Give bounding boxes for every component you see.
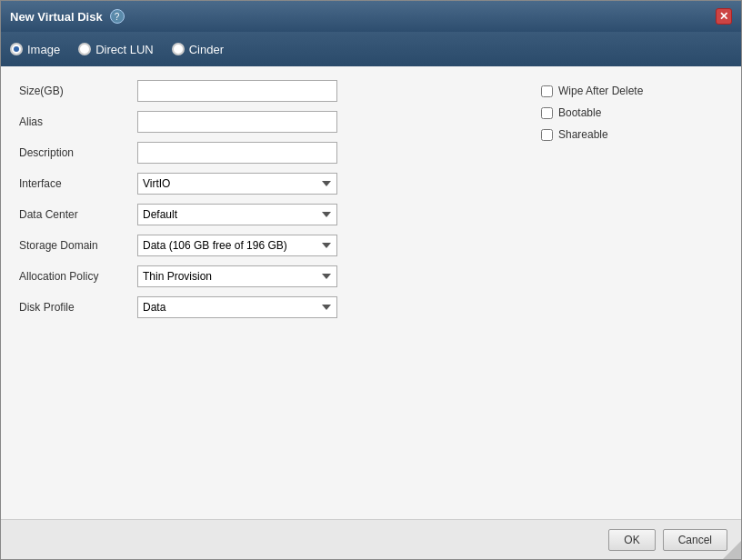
title-bar: New Virtual Disk ? ✕ [1,1,741,32]
shareable-row: Shareable [541,128,723,141]
wipe-after-delete-row: Wipe After Delete [541,85,723,97]
allocation-policy-select[interactable]: Thin Provision Preallocated [137,265,337,287]
left-panel: Size(GB) Alias Description Interface Vir… [19,80,514,505]
tab-cinder-radio[interactable] [172,43,185,55]
bootable-row: Bootable [541,106,723,119]
alias-label: Alias [19,115,137,128]
tab-direct-lun-radio[interactable] [78,43,91,55]
wipe-after-delete-label: Wipe After Delete [558,85,643,97]
tab-direct-lun[interactable]: Direct LUN [78,43,154,56]
size-label: Size(GB) [19,85,137,97]
footer: OK Cancel [1,519,741,559]
interface-label: Interface [19,177,137,190]
description-label: Description [19,146,137,159]
size-row: Size(GB) [19,80,514,102]
data-center-row: Data Center Default [19,204,514,225]
allocation-policy-label: Allocation Policy [19,270,137,283]
tab-cinder[interactable]: Cinder [172,43,224,56]
tab-cinder-label: Cinder [189,43,224,56]
dialog-title: New Virtual Disk [10,10,103,24]
interface-row: Interface VirtIO IDE [19,173,514,195]
data-center-label: Data Center [19,208,137,221]
tab-direct-lun-label: Direct LUN [95,43,154,56]
data-center-select[interactable]: Default [137,204,337,225]
storage-domain-select[interactable]: Data (106 GB free of 196 GB) [137,235,337,256]
alias-row: Alias [19,111,514,133]
alias-input[interactable] [137,111,337,133]
help-icon[interactable]: ? [110,9,125,24]
right-panel: Wipe After Delete Bootable Shareable [541,80,723,505]
close-button[interactable]: ✕ [716,8,732,25]
tab-image-radio[interactable] [10,43,23,55]
description-row: Description [19,142,514,164]
shareable-label: Shareable [558,128,608,141]
size-input[interactable] [137,80,337,102]
bootable-label: Bootable [558,106,601,119]
ok-button[interactable]: OK [608,529,655,551]
tab-bar: Image Direct LUN Cinder [1,32,741,66]
tab-image[interactable]: Image [10,43,60,56]
shareable-checkbox[interactable] [541,129,553,141]
allocation-policy-row: Allocation Policy Thin Provision Preallo… [19,265,514,287]
bootable-checkbox[interactable] [541,107,553,119]
disk-profile-label: Disk Profile [19,301,137,314]
storage-domain-label: Storage Domain [19,239,137,252]
corner-decoration [723,541,741,559]
disk-profile-select[interactable]: Data [137,296,337,318]
cancel-button[interactable]: Cancel [663,529,727,551]
storage-domain-row: Storage Domain Data (106 GB free of 196 … [19,235,514,256]
interface-select[interactable]: VirtIO IDE [137,173,337,195]
content-area: Size(GB) Alias Description Interface Vir… [1,66,741,519]
title-bar-left: New Virtual Disk ? [10,9,125,24]
description-input[interactable] [137,142,337,164]
disk-profile-row: Disk Profile Data [19,296,514,318]
new-virtual-disk-dialog: New Virtual Disk ? ✕ Image Direct LUN Ci… [0,0,742,560]
wipe-after-delete-checkbox[interactable] [541,85,553,97]
tab-image-label: Image [27,43,60,56]
